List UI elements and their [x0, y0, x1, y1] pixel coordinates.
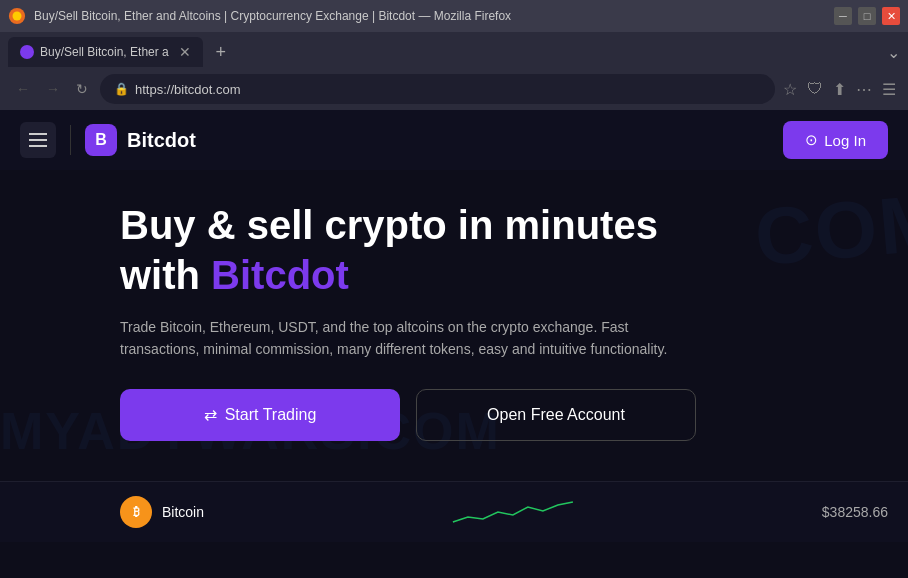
- start-trading-icon: ⇄: [204, 405, 217, 424]
- logo: B Bitcdot: [85, 124, 196, 156]
- minimize-button[interactable]: ─: [834, 7, 852, 25]
- shield-icon[interactable]: 🛡: [807, 80, 823, 98]
- bitcoin-avatar: ₿: [120, 496, 152, 528]
- bitcoin-name: Bitcoin: [162, 504, 204, 520]
- bitcoin-chart: [224, 497, 802, 527]
- hamburger-line-3: [29, 145, 47, 147]
- logo-icon: B: [85, 124, 117, 156]
- refresh-button[interactable]: ↻: [72, 79, 92, 99]
- bitcoin-ticker-item[interactable]: ₿ Bitcoin: [120, 496, 204, 528]
- navbar: B Bitcdot ⊙ Log In: [0, 110, 908, 170]
- hero-title-line1: Buy & sell crypto in minutes: [120, 203, 658, 247]
- extensions-icon[interactable]: ⋯: [856, 80, 872, 99]
- url-bar[interactable]: 🔒 https://bitcdot.com: [100, 74, 775, 104]
- hero-subtitle: Trade Bitcoin, Ethereum, USDT, and the t…: [120, 316, 700, 361]
- login-button[interactable]: ⊙ Log In: [783, 121, 888, 159]
- hero-buttons: ⇄ Start Trading Open Free Account: [120, 389, 888, 441]
- title-bar: Buy/Sell Bitcoin, Ether and Altcoins | C…: [0, 0, 908, 32]
- navbar-divider: [70, 125, 71, 155]
- crypto-ticker: ₿ Bitcoin $38258.66: [0, 481, 908, 542]
- security-icon: 🔒: [114, 82, 129, 96]
- svg-point-1: [13, 12, 22, 21]
- hamburger-menu-button[interactable]: [20, 122, 56, 158]
- tab-label: Buy/Sell Bitcoin, Ether a: [40, 45, 169, 59]
- address-bar-actions: ☆ 🛡 ⬆ ⋯ ☰: [783, 80, 896, 99]
- hamburger-line-1: [29, 133, 47, 135]
- firefox-icon: [8, 7, 26, 25]
- bookmark-icon[interactable]: ☆: [783, 80, 797, 99]
- bitcoin-price: $38258.66: [822, 504, 888, 520]
- tab-bar-overflow[interactable]: ⌄: [887, 43, 900, 62]
- logo-text: Bitcdot: [127, 129, 196, 152]
- maximize-button[interactable]: □: [858, 7, 876, 25]
- hero-title-accent: Bitcdot: [211, 253, 349, 297]
- tab-close-button[interactable]: ✕: [179, 44, 191, 60]
- hamburger-line-2: [29, 139, 47, 141]
- open-account-button[interactable]: Open Free Account: [416, 389, 696, 441]
- open-account-label: Open Free Account: [487, 406, 625, 424]
- start-trading-label: Start Trading: [225, 406, 317, 424]
- back-button[interactable]: ←: [12, 79, 34, 99]
- tab-favicon: [20, 45, 34, 59]
- active-tab[interactable]: Buy/Sell Bitcoin, Ether a ✕: [8, 37, 203, 67]
- hero-section: COM MYADYWARS.COM Buy & sell crypto in m…: [0, 170, 908, 461]
- title-bar-left: Buy/Sell Bitcoin, Ether and Altcoins | C…: [8, 7, 511, 25]
- close-button[interactable]: ✕: [882, 7, 900, 25]
- login-icon: ⊙: [805, 131, 818, 149]
- share-icon[interactable]: ⬆: [833, 80, 846, 99]
- browser-title: Buy/Sell Bitcoin, Ether and Altcoins | C…: [34, 9, 511, 23]
- address-bar: ← → ↻ 🔒 https://bitcdot.com ☆ 🛡 ⬆ ⋯ ☰: [0, 68, 908, 110]
- website-content: B Bitcdot ⊙ Log In COM MYADYWARS.COM Buy…: [0, 110, 908, 578]
- hero-title-line2-prefix: with: [120, 253, 211, 297]
- browser-chrome: Buy/Sell Bitcoin, Ether and Altcoins | C…: [0, 0, 908, 110]
- url-text: https://bitcdot.com: [135, 82, 241, 97]
- start-trading-button[interactable]: ⇄ Start Trading: [120, 389, 400, 441]
- login-label: Log In: [824, 132, 866, 149]
- new-tab-button[interactable]: +: [207, 38, 235, 66]
- window-controls: ─ □ ✕: [834, 7, 900, 25]
- menu-icon[interactable]: ☰: [882, 80, 896, 99]
- forward-button[interactable]: →: [42, 79, 64, 99]
- navbar-left: B Bitcdot: [20, 122, 196, 158]
- hero-title: Buy & sell crypto in minutes with Bitcdo…: [120, 200, 888, 300]
- tab-bar: Buy/Sell Bitcoin, Ether a ✕ + ⌄: [0, 32, 908, 68]
